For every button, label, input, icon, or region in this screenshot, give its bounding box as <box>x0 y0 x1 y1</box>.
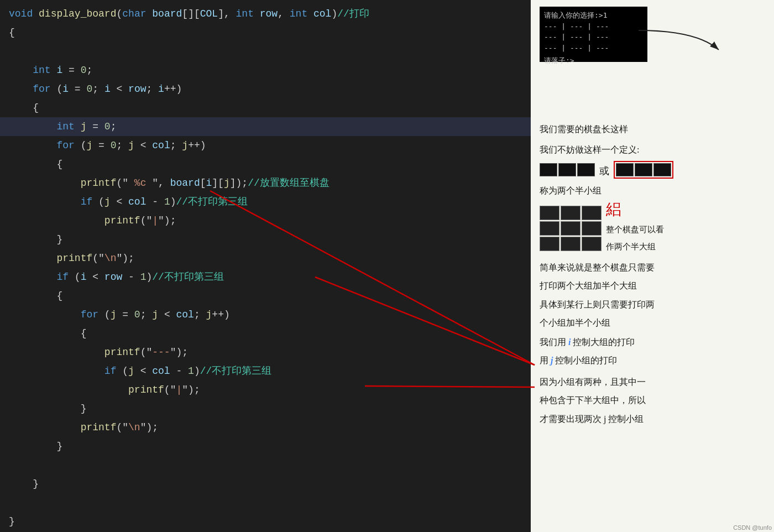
code-line-20: if (j < col - 1)//不打印第三组 <box>0 362 531 380</box>
section2-prefix: 我们不妨做这样一个定义: <box>540 142 765 157</box>
s7-l2: 种包含于下半大组中，所以 <box>540 393 765 408</box>
annotation-section-2: 我们不妨做这样一个定义: 或 称为两个半小组 <box>540 142 765 198</box>
board-large-container <box>540 202 602 254</box>
terminal-box: 请输入你的选择:>1 --- | --- | --- --- | --- | -… <box>540 7 647 62</box>
code-line-17: for (j = 0; j < col; j++) <box>0 305 531 324</box>
code-line-12: printf("|"); <box>0 211 531 230</box>
code-line-25 <box>0 456 531 474</box>
bc5 <box>635 163 652 176</box>
terminal-prompt2: 请落子:> <box>544 55 643 66</box>
code-line-14: printf("\n"); <box>0 249 531 268</box>
code-line-13: } <box>0 230 531 249</box>
code-line-1: void display_board(char board[][COL], in… <box>0 4 531 23</box>
code-line-2: { <box>0 23 531 42</box>
code-line-16: { <box>0 286 531 305</box>
code-line-22: } <box>0 399 531 418</box>
board-large <box>540 206 602 251</box>
blc3 <box>582 206 602 220</box>
board-large-row-2 <box>540 221 602 236</box>
bc4 <box>616 163 634 176</box>
terminal-board-row-1: --- | --- | --- <box>544 21 643 32</box>
code-line-21: printf("|"); <box>0 380 531 399</box>
board-large-row-3 <box>540 237 602 251</box>
board-large-row-1 <box>540 206 602 220</box>
blc8 <box>561 237 580 251</box>
s6-suffix: 控制小组的打印 <box>553 356 617 365</box>
s4-l3: 具体到某行上则只需要打印两 <box>540 297 765 312</box>
section1-text: 我们需要的棋盘长这样 <box>540 122 765 137</box>
blc5 <box>561 221 580 236</box>
blc6 <box>582 221 602 236</box>
code-line-3 <box>0 42 531 61</box>
blc1 <box>540 206 559 220</box>
s7-l3: 才需要出现两次 j 控制小组 <box>540 411 765 426</box>
section2-suffix: 称为两个半小组 <box>540 183 765 198</box>
code-line-7: int j = 0; <box>0 117 531 136</box>
section3-text-1: 整个棋盘可以看 <box>606 223 664 237</box>
bc6 <box>653 163 671 176</box>
code-line-8: for (j = 0; j < col; j++) <box>0 136 531 155</box>
s6-prefix: 用 <box>540 356 551 365</box>
code-line-10: printf(" %c ", board[i][j]);//放置数组至棋盘 <box>0 174 531 192</box>
section3-text-2: 作两个半大组 <box>606 240 664 254</box>
board-small-left <box>540 163 595 176</box>
annotation-panel: 请输入你的选择:>1 --- | --- | --- --- | --- | -… <box>531 0 774 532</box>
code-line-18: { <box>0 324 531 343</box>
code-line-15: if (i < row - 1)//不打印第三组 <box>0 268 531 286</box>
code-line-24: } <box>0 437 531 456</box>
terminal-board-row-3: --- | --- | --- <box>544 43 643 54</box>
annotation-section-7: 因为小组有两种，且其中一 种包含于下半大组中，所以 才需要出现两次 j 控制小组 <box>540 374 765 426</box>
s6-line: 用 j 控制小组的打印 <box>540 353 765 368</box>
annotation-section-4: 简单来说就是整个棋盘只需要 打印两个大组加半个大组 具体到某行上则只需要打印两 … <box>540 260 765 330</box>
blc2 <box>561 206 580 220</box>
bc2 <box>558 163 576 176</box>
s5-prefix: 我们用 <box>540 337 568 347</box>
code-display: void display_board(char board[][COL], in… <box>0 0 531 532</box>
code-line-5: for (i = 0; i < row; i++) <box>0 80 531 98</box>
code-line-11: if (j < col - 1)//不打印第三组 <box>0 192 531 211</box>
code-line-9: { <box>0 155 531 174</box>
code-line-27 <box>0 493 531 512</box>
code-panel: void display_board(char board[][COL], in… <box>0 0 531 532</box>
terminal-board-row-2: --- | --- | --- <box>544 32 643 43</box>
watermark: CSDN @tunfo <box>733 524 772 531</box>
s4-l4: 个小组加半个小组 <box>540 315 765 330</box>
code-line-28: } <box>0 512 531 531</box>
section3-text-container: 絽 整个棋盘可以看 作两个半大组 <box>606 202 664 254</box>
code-line-19: printf("---"); <box>0 343 531 362</box>
board-small-right <box>614 161 673 179</box>
s5-line: 我们用 i 控制大组的打印 <box>540 335 765 350</box>
code-line-23: printf("\n"); <box>0 418 531 437</box>
code-line-26: } <box>0 474 531 493</box>
annotation-section-3-container: 絽 整个棋盘可以看 作两个半大组 <box>540 202 765 254</box>
s5-mid: 控制大组的打印 <box>571 337 635 347</box>
annotation-section-1: 我们需要的棋盘长这样 <box>540 122 765 137</box>
blc7 <box>540 237 559 251</box>
s4-l1: 简单来说就是整个棋盘只需要 <box>540 260 765 275</box>
blc4 <box>540 221 559 236</box>
terminal-prompt-line: 请输入你的选择:>1 <box>544 10 643 21</box>
code-line-6: { <box>0 98 531 117</box>
annotation-section-5: 我们用 i 控制大组的打印 <box>540 335 765 350</box>
blc9 <box>582 237 602 251</box>
section2-middle: 或 <box>599 163 609 180</box>
code-line-4: int i = 0; <box>0 61 531 80</box>
s4-l2: 打印两个大组加半个大组 <box>540 278 765 293</box>
annotation-section-6: 用 j 控制小组的打印 <box>540 353 765 368</box>
bc1 <box>540 163 557 176</box>
s7-l1: 因为小组有两种，且其中一 <box>540 374 765 389</box>
board-row-small: 或 <box>540 159 765 180</box>
squiggle-icon: 絽 <box>606 202 664 220</box>
bc3 <box>577 163 595 176</box>
